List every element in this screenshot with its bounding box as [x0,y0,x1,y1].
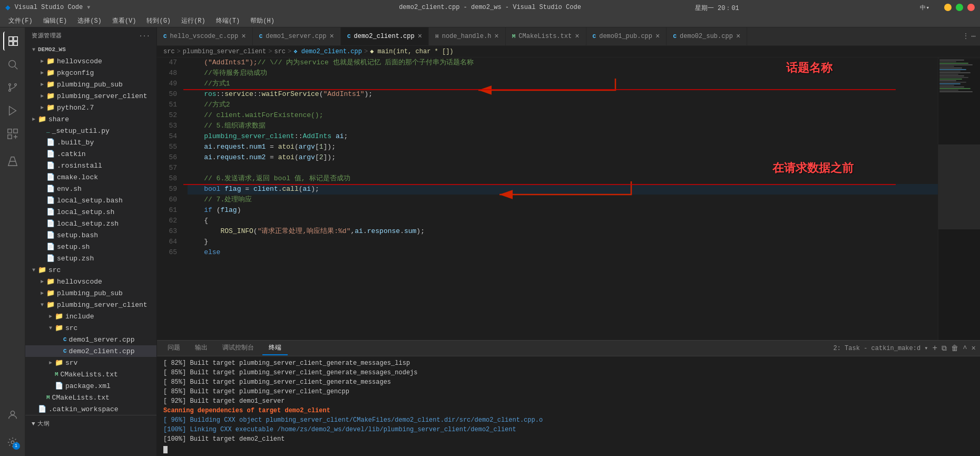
tab-demo1-server[interactable]: C demo1_server.cpp × [253,27,341,45]
breadcrumb-fn[interactable]: ◆ main(int, char * []) [370,47,453,55]
tab-close-demo1[interactable]: × [329,33,334,40]
split-editor-button[interactable]: ⋮ [962,32,969,41]
tab-close-pub[interactable]: × [655,33,660,40]
tree-item-src-plumbing-server-client[interactable]: ▼ 📁 plumbing_server_client [25,299,156,311]
svg-point-14 [11,411,14,415]
menu-view[interactable]: 查看(V) [108,15,141,26]
code-line-57 [188,163,938,173]
tab-close-sub[interactable]: × [736,33,740,40]
tree-item-local-setup-bash[interactable]: ► 📄 local_setup.bash [25,195,156,206]
tree-item-src-plumbing-pub-sub[interactable]: ► 📁 plumbing_pub_sub [25,287,156,299]
line-num-60: 60 [157,195,177,205]
sidebar-content[interactable]: ▼ DEMO2_WS ► 📁 hellovscode ► 📁 pkgconfig… [25,44,156,456]
menu-run[interactable]: 运行(R) [177,15,210,26]
tree-item-hellovscode-lib[interactable]: ► 📁 hellovscode [25,55,156,67]
tree-item-demo1-server[interactable]: ► C demo1_server.cpp [25,334,156,345]
code-content[interactable]: ("AddInts1");// \// 内为service 也就是候机记忆 后面… [183,57,938,340]
tree-item-cmakelists-pkg[interactable]: ► M CMakeLists.txt [25,368,156,380]
tab-close-cmake[interactable]: × [575,33,579,40]
tab-demo2-client[interactable]: C demo2_client.cpp × [341,27,429,45]
minimap-viewport[interactable] [938,144,980,229]
tree-item-src-src[interactable]: ▼ 📁 src [25,322,156,334]
tree-item-python27[interactable]: ► 📁 python2.7 [25,102,156,113]
menu-edit[interactable]: 编辑(E) [39,15,72,26]
activity-icon-scm[interactable] [3,78,22,97]
tree-item-env-sh[interactable]: ► 📄 env.sh [25,183,156,195]
main-layout: 1 资源管理器 ··· ▼ DEMO2_WS ► 📁 hellovscode ►… [0,27,980,456]
tab-close-hello[interactable]: × [241,33,246,40]
line-num-62: 62 [157,216,177,226]
activity-icon-settings[interactable]: 1 [3,433,22,452]
terminal-content[interactable]: [ 82%] Built target plumbing_server_clie… [157,356,980,456]
tab-cmakelists[interactable]: M CMakeLists.txt × [506,27,586,45]
tab-hello-vscode[interactable]: C hello_vscode_c.cpp × [157,27,253,45]
tab-demo02-sub[interactable]: C demo02_sub.cpp × [667,27,747,45]
panel-tab-terminal[interactable]: 终端 [262,341,288,355]
task-label[interactable]: 2: Task - catkin_make:d ▾ [834,344,928,352]
activity-icon-explorer[interactable] [3,32,22,51]
tree-item-cmakelists-src[interactable]: ► M CMakeLists.txt [25,392,156,403]
tree-item-demo2-client[interactable]: ► C demo2_client.cpp [25,345,156,357]
outline-header[interactable]: ▼ 大纲 [25,418,156,430]
tab-close-node[interactable]: × [494,33,498,40]
tree-item-include[interactable]: ► 📁 include [25,311,156,322]
tab-demo01-pub[interactable]: C demo01_pub.cpp × [586,27,667,45]
tree-item-local-setup-zsh[interactable]: ► 📄 local_setup.zsh [25,218,156,229]
svg-marker-10 [9,106,16,115]
tab-label-demo1: demo1_server.cpp [266,33,326,40]
tab-icon-node: H [435,33,439,40]
menu-file[interactable]: 文件(F) [4,15,37,26]
panel-trash-button[interactable]: 🗑 [951,344,958,353]
panel-close-button[interactable]: × [972,344,976,353]
tree-item-built-by[interactable]: ► 📄 .built_by [25,137,156,148]
activity-icon-extensions[interactable] [3,124,22,143]
tree-item-cmake-lock[interactable]: ► 📄 cmake.lock [25,171,156,183]
locale-selector[interactable]: 中▾ [920,4,929,12]
tree-item-local-setup-sh[interactable]: ► 📄 local_setup.sh [25,206,156,218]
tree-item-package-xml[interactable]: ► 📄 package.xml [25,380,156,392]
panel-tab-debug[interactable]: 调试控制台 [216,341,260,355]
tree-item-rosinstall[interactable]: ► 📄 .rosinstall [25,160,156,171]
tree-item-share[interactable]: ► 📁 share [25,113,156,125]
tab-node-handle[interactable]: H node_handle.h × [429,27,506,45]
panel-tab-problems[interactable]: 问题 [161,341,187,355]
panel-split-button[interactable]: ⧉ [942,344,947,353]
code-line-48: //等待服务启动成功 [188,68,938,79]
tree-item-srv[interactable]: ► 📁 srv [25,357,156,368]
tree-item-setup-util[interactable]: ► _ _setup_util.py [25,125,156,137]
minimize-button[interactable] [944,4,952,11]
svg-rect-2 [8,42,12,45]
tree-item-plumbing-server-client-lib[interactable]: ► 📁 plumbing_server_client [25,90,156,102]
breadcrumb-src2[interactable]: src [274,48,286,55]
close-button[interactable] [967,4,975,11]
activity-icon-run[interactable] [3,101,22,120]
panel-add-button[interactable]: + [933,344,938,353]
activity-icon-test[interactable] [3,152,22,171]
menu-goto[interactable]: 转到(G) [142,15,175,26]
activity-icon-account[interactable] [3,405,22,424]
breadcrumb-file[interactable]: ❖ demo2_client.cpp [293,47,362,55]
tree-item-pkgconfig[interactable]: ► 📁 pkgconfig [25,67,156,79]
tree-item-catkin[interactable]: ► 📄 .catkin [25,148,156,160]
menu-terminal[interactable]: 终端(T) [212,15,244,26]
tree-item-catkin-workspace[interactable]: ► 📄 .catkin_workspace [25,403,156,415]
maximize-button[interactable] [956,4,963,11]
breadcrumb-src[interactable]: src [163,48,175,55]
tree-item-setup-bash[interactable]: ► 📄 setup.bash [25,229,156,241]
tree-item-src-root[interactable]: ▼ 📁 src [25,264,156,276]
panel-maximize-button[interactable]: ^ [963,344,967,353]
code-line-54: plumbing_server_client::AddInts ai; [188,131,938,142]
sidebar-more-button[interactable]: ··· [139,33,150,39]
menu-select[interactable]: 选择(S) [73,15,106,26]
tree-item-plumbing-pub-sub[interactable]: ► 📁 plumbing_pub_sub [25,79,156,90]
tree-item-setup-zsh[interactable]: ► 📄 setup.zsh [25,253,156,264]
menu-help[interactable]: 帮助(H) [246,15,279,26]
tree-item-setup-sh[interactable]: ► 📄 setup.sh [25,241,156,253]
tree-root[interactable]: ▼ DEMO2_WS [25,44,156,55]
tab-close-demo2[interactable]: × [418,33,422,40]
tree-item-src-hellovscode[interactable]: ► 📁 hellovscode [25,276,156,287]
panel-tab-output[interactable]: 输出 [189,341,214,355]
more-tabs-button[interactable]: ⋯ [972,32,976,41]
activity-icon-search[interactable] [3,55,22,74]
breadcrumb-plumbing[interactable]: plumbing_server_client [183,48,266,55]
